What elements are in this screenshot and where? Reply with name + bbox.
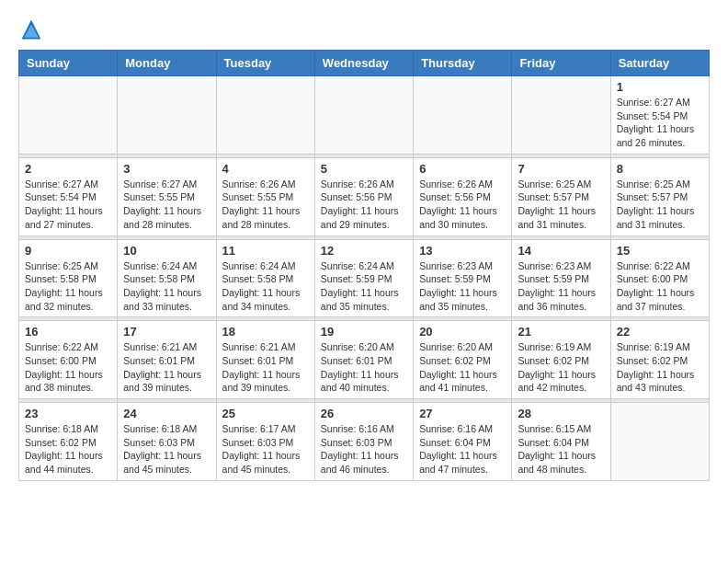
calendar-cell: 17Sunrise: 6:21 AM Sunset: 6:01 PM Dayli… bbox=[118, 321, 216, 399]
day-info: Sunrise: 6:24 AM Sunset: 5:58 PM Dayligh… bbox=[222, 259, 309, 314]
calendar-cell: 16Sunrise: 6:22 AM Sunset: 6:00 PM Dayli… bbox=[19, 321, 118, 399]
calendar-header-row: SundayMondayTuesdayWednesdayThursdayFrid… bbox=[19, 51, 710, 76]
day-info: Sunrise: 6:17 AM Sunset: 6:03 PM Dayligh… bbox=[222, 422, 309, 477]
calendar-week-4: 16Sunrise: 6:22 AM Sunset: 6:00 PM Dayli… bbox=[19, 321, 710, 399]
day-info: Sunrise: 6:16 AM Sunset: 6:04 PM Dayligh… bbox=[419, 422, 506, 477]
day-info: Sunrise: 6:27 AM Sunset: 5:55 PM Dayligh… bbox=[123, 178, 210, 232]
day-info: Sunrise: 6:26 AM Sunset: 5:55 PM Dayligh… bbox=[222, 178, 309, 232]
calendar-cell bbox=[314, 76, 413, 155]
day-info: Sunrise: 6:16 AM Sunset: 6:03 PM Dayligh… bbox=[321, 422, 407, 477]
day-number: 12 bbox=[321, 244, 407, 258]
calendar-cell: 10Sunrise: 6:24 AM Sunset: 5:58 PM Dayli… bbox=[118, 239, 216, 317]
day-info: Sunrise: 6:25 AM Sunset: 5:57 PM Dayligh… bbox=[518, 178, 604, 232]
logo-icon bbox=[20, 18, 42, 40]
calendar-cell: 3Sunrise: 6:27 AM Sunset: 5:55 PM Daylig… bbox=[118, 157, 216, 236]
day-info: Sunrise: 6:15 AM Sunset: 6:04 PM Dayligh… bbox=[518, 422, 604, 477]
calendar-cell: 21Sunrise: 6:19 AM Sunset: 6:02 PM Dayli… bbox=[512, 321, 610, 399]
day-number: 20 bbox=[419, 325, 506, 339]
day-number: 19 bbox=[321, 325, 407, 339]
calendar-cell: 6Sunrise: 6:26 AM Sunset: 5:56 PM Daylig… bbox=[414, 157, 512, 236]
day-info: Sunrise: 6:23 AM Sunset: 5:59 PM Dayligh… bbox=[518, 259, 604, 314]
day-info: Sunrise: 6:24 AM Sunset: 5:58 PM Dayligh… bbox=[123, 259, 210, 314]
calendar-cell: 5Sunrise: 6:26 AM Sunset: 5:56 PM Daylig… bbox=[314, 157, 413, 236]
calendar-table: SundayMondayTuesdayWednesdayThursdayFrid… bbox=[18, 50, 710, 481]
calendar-cell: 14Sunrise: 6:23 AM Sunset: 5:59 PM Dayli… bbox=[512, 239, 610, 317]
day-info: Sunrise: 6:25 AM Sunset: 5:57 PM Dayligh… bbox=[617, 178, 703, 232]
day-info: Sunrise: 6:20 AM Sunset: 6:01 PM Dayligh… bbox=[321, 340, 407, 395]
day-number: 16 bbox=[25, 325, 111, 339]
calendar-cell bbox=[414, 76, 512, 155]
day-number: 10 bbox=[123, 244, 210, 258]
calendar-cell: 12Sunrise: 6:24 AM Sunset: 5:59 PM Dayli… bbox=[314, 239, 413, 317]
logo bbox=[18, 18, 42, 40]
day-info: Sunrise: 6:24 AM Sunset: 5:59 PM Dayligh… bbox=[321, 259, 407, 314]
calendar-cell: 7Sunrise: 6:25 AM Sunset: 5:57 PM Daylig… bbox=[512, 157, 610, 236]
day-info: Sunrise: 6:25 AM Sunset: 5:58 PM Dayligh… bbox=[25, 259, 111, 314]
calendar-cell: 11Sunrise: 6:24 AM Sunset: 5:58 PM Dayli… bbox=[216, 239, 314, 317]
calendar-cell: 13Sunrise: 6:23 AM Sunset: 5:59 PM Dayli… bbox=[414, 239, 512, 317]
day-info: Sunrise: 6:18 AM Sunset: 6:03 PM Dayligh… bbox=[123, 422, 210, 477]
calendar-cell: 4Sunrise: 6:26 AM Sunset: 5:55 PM Daylig… bbox=[216, 157, 314, 236]
calendar-cell: 1Sunrise: 6:27 AM Sunset: 5:54 PM Daylig… bbox=[610, 76, 709, 155]
page-header bbox=[18, 18, 710, 40]
day-info: Sunrise: 6:27 AM Sunset: 5:54 PM Dayligh… bbox=[25, 178, 111, 232]
calendar-cell bbox=[118, 76, 216, 155]
calendar-cell: 22Sunrise: 6:19 AM Sunset: 6:02 PM Dayli… bbox=[610, 321, 709, 399]
calendar-cell: 8Sunrise: 6:25 AM Sunset: 5:57 PM Daylig… bbox=[610, 157, 709, 236]
day-number: 13 bbox=[419, 244, 506, 258]
day-number: 2 bbox=[25, 162, 111, 176]
header-thursday: Thursday bbox=[414, 51, 512, 76]
calendar-cell bbox=[610, 403, 709, 481]
day-number: 25 bbox=[222, 407, 309, 420]
calendar-cell: 28Sunrise: 6:15 AM Sunset: 6:04 PM Dayli… bbox=[512, 403, 610, 481]
day-number: 26 bbox=[321, 407, 407, 420]
calendar-cell: 19Sunrise: 6:20 AM Sunset: 6:01 PM Dayli… bbox=[314, 321, 413, 399]
calendar-cell: 23Sunrise: 6:18 AM Sunset: 6:02 PM Dayli… bbox=[19, 403, 118, 481]
day-number: 5 bbox=[321, 162, 407, 176]
day-number: 14 bbox=[518, 244, 604, 258]
day-number: 22 bbox=[617, 325, 703, 339]
calendar-week-3: 9Sunrise: 6:25 AM Sunset: 5:58 PM Daylig… bbox=[19, 239, 710, 317]
day-number: 3 bbox=[123, 162, 210, 176]
calendar-week-1: 1Sunrise: 6:27 AM Sunset: 5:54 PM Daylig… bbox=[19, 76, 710, 155]
day-number: 7 bbox=[518, 162, 604, 176]
calendar-cell: 18Sunrise: 6:21 AM Sunset: 6:01 PM Dayli… bbox=[216, 321, 314, 399]
calendar-cell: 26Sunrise: 6:16 AM Sunset: 6:03 PM Dayli… bbox=[314, 403, 413, 481]
day-info: Sunrise: 6:22 AM Sunset: 6:00 PM Dayligh… bbox=[25, 340, 111, 395]
day-number: 17 bbox=[123, 325, 210, 339]
calendar-cell bbox=[19, 76, 118, 155]
calendar-cell: 20Sunrise: 6:20 AM Sunset: 6:02 PM Dayli… bbox=[414, 321, 512, 399]
day-number: 8 bbox=[617, 162, 703, 176]
day-info: Sunrise: 6:22 AM Sunset: 6:00 PM Dayligh… bbox=[617, 259, 703, 314]
header-sunday: Sunday bbox=[19, 51, 118, 76]
day-number: 21 bbox=[518, 325, 604, 339]
day-info: Sunrise: 6:18 AM Sunset: 6:02 PM Dayligh… bbox=[25, 422, 111, 477]
header-saturday: Saturday bbox=[610, 51, 709, 76]
day-number: 1 bbox=[617, 80, 703, 94]
day-number: 15 bbox=[617, 244, 703, 258]
day-info: Sunrise: 6:27 AM Sunset: 5:54 PM Dayligh… bbox=[617, 96, 703, 150]
day-info: Sunrise: 6:19 AM Sunset: 6:02 PM Dayligh… bbox=[518, 340, 604, 395]
calendar-cell bbox=[216, 76, 314, 155]
day-info: Sunrise: 6:26 AM Sunset: 5:56 PM Dayligh… bbox=[321, 178, 407, 232]
calendar-cell: 9Sunrise: 6:25 AM Sunset: 5:58 PM Daylig… bbox=[19, 239, 118, 317]
calendar-cell: 27Sunrise: 6:16 AM Sunset: 6:04 PM Dayli… bbox=[414, 403, 512, 481]
header-monday: Monday bbox=[118, 51, 216, 76]
day-number: 6 bbox=[419, 162, 506, 176]
day-number: 11 bbox=[222, 244, 309, 258]
calendar-week-2: 2Sunrise: 6:27 AM Sunset: 5:54 PM Daylig… bbox=[19, 157, 710, 236]
calendar-cell bbox=[512, 76, 610, 155]
day-info: Sunrise: 6:21 AM Sunset: 6:01 PM Dayligh… bbox=[222, 340, 309, 395]
calendar-week-5: 23Sunrise: 6:18 AM Sunset: 6:02 PM Dayli… bbox=[19, 403, 710, 481]
calendar-cell: 15Sunrise: 6:22 AM Sunset: 6:00 PM Dayli… bbox=[610, 239, 709, 317]
day-number: 9 bbox=[25, 244, 111, 258]
day-number: 23 bbox=[25, 407, 111, 420]
day-number: 24 bbox=[123, 407, 210, 420]
day-number: 28 bbox=[518, 407, 604, 420]
calendar-cell: 24Sunrise: 6:18 AM Sunset: 6:03 PM Dayli… bbox=[118, 403, 216, 481]
calendar-cell: 25Sunrise: 6:17 AM Sunset: 6:03 PM Dayli… bbox=[216, 403, 314, 481]
calendar-cell: 2Sunrise: 6:27 AM Sunset: 5:54 PM Daylig… bbox=[19, 157, 118, 236]
day-info: Sunrise: 6:20 AM Sunset: 6:02 PM Dayligh… bbox=[419, 340, 506, 395]
header-tuesday: Tuesday bbox=[216, 51, 314, 76]
day-info: Sunrise: 6:23 AM Sunset: 5:59 PM Dayligh… bbox=[419, 259, 506, 314]
